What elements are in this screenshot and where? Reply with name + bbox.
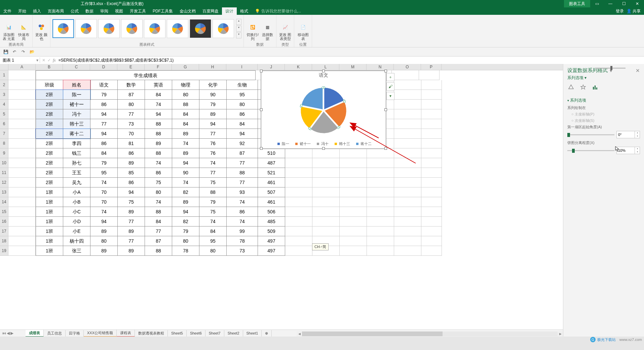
cell[interactable]: 81 xyxy=(118,139,145,148)
cell[interactable]: 89 xyxy=(172,148,199,158)
cell[interactable]: 80 xyxy=(172,90,199,100)
tab-design[interactable]: 设计 xyxy=(222,7,237,15)
row-header[interactable]: 13 xyxy=(0,187,8,197)
cell[interactable] xyxy=(421,90,442,100)
cell[interactable]: 88 xyxy=(145,148,172,158)
col-header[interactable]: A xyxy=(8,64,36,70)
cell[interactable]: 79 xyxy=(199,100,227,109)
cell[interactable]: 80 xyxy=(118,100,145,109)
cell[interactable] xyxy=(8,207,36,217)
cell[interactable] xyxy=(8,236,36,246)
cell[interactable] xyxy=(312,168,340,178)
row-header[interactable]: 5 xyxy=(0,109,8,119)
share-button[interactable]: 👤 共享 xyxy=(627,8,641,14)
col-header[interactable]: C xyxy=(63,64,90,70)
cell[interactable]: 80 xyxy=(145,187,172,197)
cell[interactable] xyxy=(421,217,442,226)
enter-formula-icon[interactable]: ✓ xyxy=(47,58,51,63)
select-data-button[interactable]: ▦选择数据 xyxy=(261,16,274,41)
cell[interactable]: 73 xyxy=(227,246,258,256)
cell[interactable] xyxy=(394,197,421,207)
pane-section-title[interactable]: 系列选项 xyxy=(567,98,640,103)
cell[interactable] xyxy=(394,178,421,187)
cell[interactable]: 94 xyxy=(227,129,258,139)
cell[interactable]: 94 xyxy=(90,217,118,226)
cell[interactable]: 487 xyxy=(258,158,285,168)
tab-pdf[interactable]: PDF工具集 xyxy=(149,7,176,15)
cell[interactable] xyxy=(8,197,36,207)
cell[interactable] xyxy=(8,109,36,119)
row-header[interactable]: 11 xyxy=(0,168,8,178)
cell[interactable]: 79 xyxy=(90,90,118,100)
cell[interactable] xyxy=(340,236,367,246)
legend-item[interactable]: 韩十三 xyxy=(333,142,350,146)
cell[interactable] xyxy=(367,148,394,158)
legend-item[interactable]: 褚十一 xyxy=(293,142,311,146)
col-header[interactable]: D xyxy=(90,64,117,70)
first-slice-angle-slider[interactable] xyxy=(567,134,614,135)
cell[interactable]: 80 xyxy=(90,236,118,246)
cell[interactable]: 75 xyxy=(199,178,227,187)
cell[interactable]: 1班 xyxy=(36,246,63,256)
cell[interactable] xyxy=(285,178,312,187)
cell[interactable] xyxy=(367,168,394,178)
cell[interactable] xyxy=(367,187,394,197)
close-button[interactable]: ✕ xyxy=(631,0,644,7)
cell[interactable] xyxy=(340,246,367,256)
cell[interactable]: 73 xyxy=(118,119,145,129)
cell[interactable] xyxy=(340,197,367,207)
tab-baidu[interactable]: 百度网盘 xyxy=(199,7,222,15)
cell[interactable]: 79 xyxy=(199,197,227,207)
cell[interactable]: 94 xyxy=(90,129,118,139)
cell[interactable]: 1班 xyxy=(36,217,63,226)
row-header[interactable]: 18 xyxy=(0,236,8,246)
chart-style-thumb[interactable] xyxy=(167,19,188,38)
sheet-tab[interactable]: XXX公司销售额 xyxy=(84,330,117,337)
cell[interactable] xyxy=(394,90,421,100)
cell[interactable] xyxy=(421,119,442,129)
row-header[interactable]: 12 xyxy=(0,178,8,187)
cell[interactable]: 84 xyxy=(90,148,118,158)
cell[interactable]: 93 xyxy=(227,187,258,197)
row-header[interactable]: 15 xyxy=(0,207,8,217)
cell[interactable]: 89 xyxy=(118,158,145,168)
col-header[interactable]: F xyxy=(145,64,172,70)
legend-item[interactable]: 冯十 xyxy=(315,142,329,146)
chart-style-gallery[interactable]: ▴▾▾ xyxy=(52,15,241,42)
cell[interactable] xyxy=(8,80,36,90)
cell[interactable] xyxy=(394,139,421,148)
tab-view[interactable]: 视图 xyxy=(112,7,126,15)
cell[interactable]: 92 xyxy=(227,139,258,148)
cell[interactable] xyxy=(285,197,312,207)
tab-home[interactable]: 开始 xyxy=(15,7,30,15)
cell[interactable] xyxy=(394,207,421,217)
fx-icon[interactable]: fx xyxy=(53,58,56,63)
cell[interactable] xyxy=(394,80,421,90)
tab-jinshan[interactable]: 金山文档 xyxy=(176,7,199,15)
cell[interactable]: 84 xyxy=(172,109,199,119)
cell[interactable]: 94 xyxy=(90,109,118,119)
col-header[interactable]: K xyxy=(285,64,312,70)
cell[interactable] xyxy=(367,158,394,168)
cell[interactable] xyxy=(312,226,340,236)
cell[interactable] xyxy=(394,109,421,119)
cell[interactable]: 88 xyxy=(227,168,258,178)
cell[interactable]: 生物 xyxy=(227,80,258,90)
cell[interactable]: 74 xyxy=(199,158,227,168)
cell[interactable]: 74 xyxy=(90,178,118,187)
cell[interactable] xyxy=(421,109,442,119)
legend-item[interactable]: 蒋十二 xyxy=(354,142,372,146)
cell[interactable] xyxy=(392,70,419,80)
chart-styles-button[interactable]: 🖌 xyxy=(386,82,394,91)
cell[interactable]: 95 xyxy=(90,168,118,178)
cell[interactable]: 86 xyxy=(227,109,258,119)
cell[interactable]: 语文 xyxy=(90,80,118,90)
chart-style-thumb[interactable] xyxy=(213,19,234,38)
scrollbar-thumb[interactable] xyxy=(302,331,443,336)
pie-chart[interactable] xyxy=(261,78,386,139)
cell[interactable] xyxy=(421,80,442,90)
undo-icon[interactable]: ↶ xyxy=(11,49,17,55)
cell[interactable] xyxy=(340,226,367,236)
tab-scroll-next-icon[interactable]: ▶ xyxy=(10,331,13,336)
cell[interactable]: 77 xyxy=(118,236,145,246)
